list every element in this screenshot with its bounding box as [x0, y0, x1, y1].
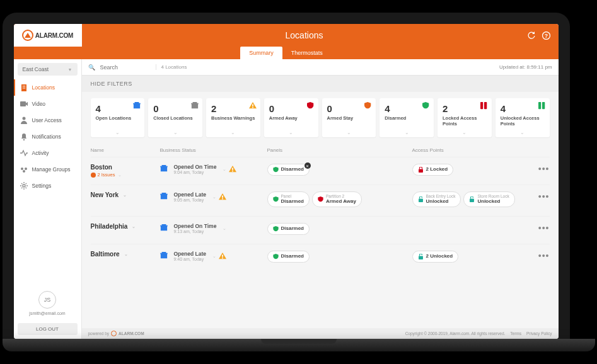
issues-indicator[interactable]: 2 Issues⌄	[91, 172, 160, 178]
store-blue-icon	[160, 224, 170, 233]
chevron-down-icon: ▼	[68, 67, 72, 72]
store-blue-icon	[160, 252, 170, 261]
stat-business-warnings[interactable]: 2 Business Warnings ⌄	[206, 98, 260, 137]
close-icon[interactable]: ✕	[304, 162, 311, 169]
sidebar-item-label: Notifications	[32, 134, 61, 140]
row-menu-icon[interactable]: •••	[538, 223, 550, 233]
table-row: New York⌄ Opened Late 9:05 am, Today ⌄ P…	[91, 185, 550, 216]
hide-filters-toggle[interactable]: HIDE FILTERS	[82, 76, 559, 92]
store-blue-icon	[160, 193, 170, 202]
chevron-down-icon: ⌄	[347, 130, 351, 135]
tab-thermostats[interactable]: Thermostats	[282, 47, 332, 59]
panel-pill[interactable]: Disarmed✕	[267, 164, 310, 176]
brand-logo[interactable]: ALARM.COM	[14, 24, 82, 47]
shield-green-icon	[422, 102, 430, 110]
search-input[interactable]	[100, 64, 151, 71]
store-blue-icon	[133, 102, 141, 110]
sidebar-item-activity[interactable]: Activity	[14, 145, 81, 161]
stat-armed-away[interactable]: 0 Armed Away ⌄	[264, 98, 318, 137]
tab-summary[interactable]: Summary	[240, 47, 282, 59]
business-status-time: 9:05 am, Today	[174, 198, 206, 202]
footer-terms[interactable]: Terms	[510, 331, 521, 336]
sidebar-item-label: Activity	[32, 150, 49, 156]
stat-label: Armed Away	[269, 115, 313, 121]
business-status-time: 9:13 am, Today	[174, 229, 217, 234]
unlock-green-icon	[418, 196, 424, 202]
groups-icon	[20, 166, 28, 173]
sidebar-item-video[interactable]: Video	[14, 96, 81, 112]
gear-icon	[20, 182, 28, 190]
table-row: Baltimore⌄ Opened Late 9:40 am, Today ⌄ …	[91, 244, 550, 271]
stat-label: Disarmed	[385, 115, 429, 121]
chevron-down-icon: ⌄	[462, 130, 467, 135]
panel-pill[interactable]: Disarmed	[267, 223, 310, 235]
sidebar-item-label: Settings	[32, 183, 52, 189]
access-point-pill[interactable]: 2 Locked	[412, 164, 454, 176]
stat-locked-access-points[interactable]: 2 Locked Access Points ⌄	[438, 98, 492, 137]
video-icon	[20, 100, 28, 108]
access-point-pill[interactable]: Store Room LockUnlocked	[463, 191, 514, 207]
business-status-text: Opened On Time	[174, 164, 217, 170]
stat-open-locations[interactable]: 4 Open Locations ⌄	[91, 98, 145, 137]
store-blue-icon	[160, 165, 170, 174]
location-name[interactable]: Philadelphia⌄	[91, 223, 160, 230]
user-email: jsmith@email.com	[18, 311, 78, 316]
sidebar-item-label: Manage Groups	[32, 166, 71, 173]
shield-red-icon	[318, 196, 323, 202]
row-menu-icon[interactable]: •••	[538, 191, 550, 202]
stat-armed-stay[interactable]: 0 Armed Stay ⌄	[322, 98, 376, 137]
warning-icon	[219, 193, 226, 201]
row-menu-icon[interactable]: •••	[538, 251, 550, 261]
stat-label: Unlocked Access Points	[501, 115, 545, 127]
location-name[interactable]: Baltimore⌄	[91, 251, 160, 258]
panel-pill[interactable]: PanelDisarmed	[267, 191, 310, 207]
avatar[interactable]: JS	[38, 291, 56, 309]
user-access-icon	[20, 117, 28, 124]
business-status-time: 9:40 am, Today	[174, 257, 206, 261]
activity-icon	[20, 149, 28, 157]
business-status-text: Opened Late	[174, 251, 206, 257]
search-icon: 🔍	[88, 64, 95, 71]
panel-pill[interactable]: Disarmed	[267, 251, 310, 263]
stat-closed-locations[interactable]: 0 Closed Locations ⌄	[148, 98, 202, 137]
shield-green-icon	[273, 167, 279, 173]
sidebar-item-locations[interactable]: Locations	[14, 79, 81, 96]
stat-unlocked-access-points[interactable]: 4 Unlocked Access Points ⌄	[496, 98, 550, 137]
business-status-time: 9:04 am, Today	[174, 170, 217, 174]
chevron-down-icon: ⌄	[520, 130, 525, 135]
business-status-text: Opened On Time	[174, 223, 217, 229]
warning-icon	[229, 166, 236, 173]
access-point-pill[interactable]: Back Entry LockUnlocked	[412, 191, 461, 207]
region-selector[interactable]: East Coast ▼	[18, 63, 78, 76]
stat-label: Locked Access Points	[443, 115, 487, 127]
sidebar-item-settings[interactable]: Settings	[14, 178, 81, 194]
row-menu-icon[interactable]: •••	[538, 164, 550, 174]
location-name[interactable]: New York⌄	[91, 191, 160, 198]
location-name[interactable]: Boston	[91, 164, 160, 171]
help-icon[interactable]	[542, 31, 551, 40]
logout-button[interactable]: LOG OUT	[18, 323, 78, 335]
shield-orange-icon	[364, 102, 372, 110]
shield-green-icon	[273, 254, 279, 259]
footer-privacy[interactable]: Privacy Policy	[526, 331, 552, 336]
sidebar-item-notifications[interactable]: Notifications	[14, 128, 81, 145]
sidebar-item-label: Locations	[32, 84, 55, 91]
location-count: 4 Locations	[156, 64, 187, 70]
warning-icon	[249, 102, 257, 110]
sidebar-item-label: User Access	[32, 117, 62, 123]
chevron-down-icon: ⌄	[231, 130, 235, 135]
table-row: Boston2 Issues⌄ Opened On Time 9:04 am, …	[91, 157, 550, 185]
chevron-down-icon: ⌄	[289, 130, 293, 135]
column-name: Name	[91, 147, 160, 153]
refresh-icon[interactable]	[527, 31, 536, 40]
table-row: Philadelphia⌄ Opened On Time 9:13 am, To…	[91, 216, 550, 244]
chevron-down-icon: ⌄	[115, 130, 120, 135]
sidebar-item-manage-groups[interactable]: Manage Groups	[14, 161, 81, 178]
access-point-pill[interactable]: 2 Unlocked	[412, 251, 459, 263]
region-label: East Coast	[23, 66, 49, 72]
stat-label: Closed Locations	[153, 115, 197, 121]
sidebar-item-user-access[interactable]: User Access	[14, 112, 81, 128]
panel-pill[interactable]: Partition 2Armed Away	[312, 191, 362, 207]
unlock-green-icon	[418, 254, 424, 259]
stat-disarmed[interactable]: 4 Disarmed ⌄	[380, 98, 434, 137]
